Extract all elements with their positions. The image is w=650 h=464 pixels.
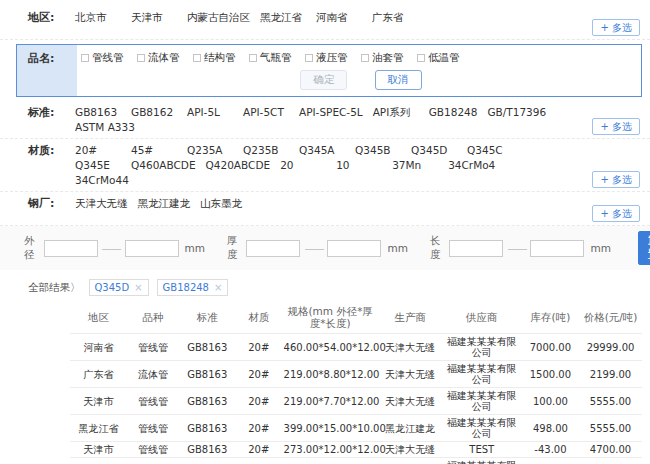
table-row[interactable]: 黑龙江省管线管GB816320#399.00*15.00*10.00黑龙江建龙福… [70, 415, 642, 442]
material-option[interactable]: 34CrMo4 [448, 158, 495, 173]
material-option[interactable]: Q460ABCDE [131, 158, 196, 173]
reset-button[interactable]: 重置 [638, 231, 650, 265]
product-option[interactable]: 流体管 [137, 50, 183, 65]
table-row[interactable]: 天津市管线管GB816320#273.00*12.00*12.00天津大无缝TE… [70, 442, 642, 458]
product-option[interactable]: 低温管 [417, 50, 463, 65]
table-cell: 29999.00 [579, 334, 642, 361]
mill-more-button[interactable]: + 多选 [592, 205, 640, 222]
table-cell: 管线管 [127, 442, 178, 458]
table-cell: GB8163 [179, 442, 236, 458]
standard-options: GB8163GB8162API-5LAPI-5CTAPI-SPEC-5LAPI系… [75, 105, 562, 135]
material-option[interactable]: 20 [280, 158, 326, 173]
region-option[interactable]: 天津市 [131, 10, 177, 26]
product-option[interactable]: 气瓶管 [249, 50, 295, 65]
material-option-label: Q420ABCDE [206, 159, 271, 171]
table-cell: 7000.00 [522, 334, 579, 361]
outer-diameter-min-input[interactable] [44, 240, 98, 257]
table-row[interactable]: 天津市管线管GB816320#219.00*7.70*12.00天津大无缝福建某… [70, 388, 642, 415]
material-option[interactable]: Q345C [467, 143, 513, 158]
region-option-label: 河南省 [316, 11, 348, 23]
checkbox-icon[interactable] [305, 54, 313, 62]
standard-option[interactable]: API-5L [187, 105, 233, 120]
mill-options: 天津大无缝黑龙江建龙山东墨龙 [75, 196, 562, 212]
standard-more-button[interactable]: + 多选 [592, 118, 640, 135]
outer-diameter-unit: mm [185, 242, 205, 254]
material-more-button[interactable]: + 多选 [592, 171, 640, 188]
region-option-label: 内蒙古自治区 [187, 11, 250, 23]
standard-option[interactable]: API-5CT [243, 105, 289, 120]
standard-option[interactable]: API-SPEC-5L [299, 105, 363, 120]
outer-diameter-label: 外径 [24, 234, 35, 262]
standard-option[interactable]: API系列 [373, 105, 419, 120]
material-option[interactable]: 37Mn [392, 158, 438, 173]
all-results-label: 全部结果〉 [28, 281, 81, 295]
standard-option[interactable]: GB/T17396 [487, 105, 546, 120]
standard-option[interactable]: GB18248 [429, 105, 478, 120]
product-option[interactable]: 油套管 [361, 50, 407, 65]
material-option-label: Q235A [187, 144, 223, 156]
material-option-label: Q460ABCDE [131, 159, 196, 171]
table-cell: 流体管 [127, 361, 178, 388]
column-header: 标准 [179, 301, 236, 334]
close-icon[interactable]: × [134, 281, 142, 294]
region-option[interactable]: 内蒙古自治区 [187, 10, 250, 26]
region-option[interactable]: 黑龙江省 [260, 10, 306, 26]
material-option[interactable]: 10 [336, 158, 382, 173]
product-option[interactable]: 结构管 [193, 50, 239, 65]
cancel-button[interactable]: 取消 [375, 70, 422, 90]
material-option[interactable]: Q345B [355, 143, 401, 158]
table-row[interactable]: 河南省管线管GB816320#460.00*54.00*12.00天津大无缝福建… [70, 334, 642, 361]
material-option[interactable]: 34CrMo44 [75, 173, 129, 188]
standard-option[interactable]: GB8162 [131, 105, 177, 120]
standard-option-label: API-5L [187, 106, 220, 118]
table-row[interactable]: 广东省流体管GB816320#219.00*8.80*12.00天津大无缝福建某… [70, 361, 642, 388]
mill-option[interactable]: 黑龙江建龙 [138, 196, 191, 212]
region-option[interactable]: 广东省 [372, 10, 418, 26]
table-row[interactable]: 天津市管线管GB816320#406.00*12.00*12.00天津大无缝福建… [70, 458, 642, 464]
close-icon[interactable]: × [214, 281, 222, 294]
product-option[interactable]: 管线管 [81, 50, 127, 65]
product-option-label: 流体管 [148, 51, 180, 63]
length-min-input[interactable] [449, 240, 503, 257]
checkbox-icon[interactable] [81, 54, 89, 62]
region-option[interactable]: 北京市 [75, 10, 121, 26]
checkbox-icon[interactable] [137, 54, 145, 62]
product-option[interactable]: 液压管 [305, 50, 351, 65]
range-dash: —— [304, 242, 323, 254]
table-cell: GB8163 [179, 361, 236, 388]
material-option[interactable]: Q345A [299, 143, 345, 158]
material-option[interactable]: 20# [75, 143, 121, 158]
region-option-label: 天津市 [131, 11, 163, 23]
material-option[interactable]: Q420ABCDE [206, 158, 271, 173]
filter-tag[interactable]: GB18248× [157, 279, 229, 296]
material-option[interactable]: Q235A [187, 143, 233, 158]
checkbox-icon[interactable] [361, 54, 369, 62]
region-option[interactable]: 河南省 [316, 10, 362, 26]
material-option[interactable]: Q345E [75, 158, 121, 173]
material-option-label: Q345D [411, 144, 447, 156]
thickness-min-input[interactable] [246, 240, 300, 257]
material-option-label: 20 [280, 159, 293, 171]
checkbox-icon[interactable] [193, 54, 201, 62]
filter-tag[interactable]: Q345D× [89, 279, 149, 296]
checkbox-icon[interactable] [417, 54, 425, 62]
length-max-input[interactable] [530, 240, 584, 257]
checkbox-icon[interactable] [249, 54, 257, 62]
outer-diameter-max-input[interactable] [125, 240, 179, 257]
thickness-range: 厚度 —— mm [227, 234, 408, 262]
table-cell: 147.00 [522, 458, 579, 464]
material-option[interactable]: Q235B [243, 143, 289, 158]
table-cell: 498.00 [522, 415, 579, 442]
material-option[interactable]: Q345D [411, 143, 457, 158]
thickness-max-input[interactable] [327, 240, 381, 257]
standard-option[interactable]: GB8163 [75, 105, 121, 120]
mill-option[interactable]: 天津大无缝 [75, 196, 128, 212]
standard-option[interactable]: ASTM A333 [75, 120, 135, 135]
material-option[interactable]: 45# [131, 143, 177, 158]
confirm-button[interactable]: 确定 [300, 70, 347, 90]
table-cell: 天津大无缝 [379, 458, 442, 464]
region-more-button[interactable]: + 多选 [592, 19, 640, 36]
standard-option-label: GB8163 [75, 106, 117, 118]
mill-option[interactable]: 山东墨龙 [200, 196, 246, 212]
table-cell: 1500.00 [522, 361, 579, 388]
